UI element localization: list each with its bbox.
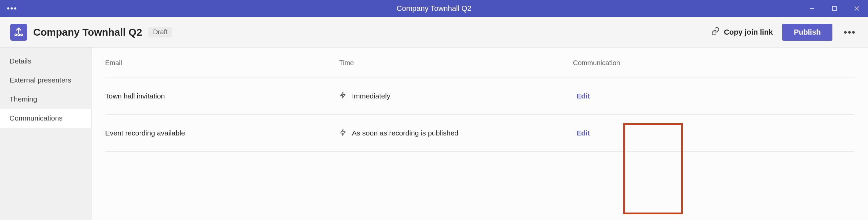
app-more-dots[interactable]: •••	[7, 4, 17, 13]
svg-point-5	[18, 34, 20, 36]
svg-rect-1	[832, 6, 836, 11]
cell-time: Immediately	[352, 92, 390, 100]
lightning-icon	[339, 91, 347, 100]
cell-time: As soon as recording is published	[352, 129, 458, 137]
window-maximize-button[interactable]	[827, 2, 842, 15]
edit-button[interactable]: Edit	[573, 92, 590, 100]
sidebar-item-details[interactable]: Details	[0, 52, 91, 71]
header-more-button[interactable]: •••	[842, 27, 858, 38]
cell-email: Event recording available	[105, 129, 339, 137]
window-titlebar: ••• Company Townhall Q2	[0, 0, 868, 17]
sidebar-item-communications[interactable]: Communications	[0, 109, 91, 128]
edit-button[interactable]: Edit	[573, 129, 590, 137]
col-header-email: Email	[105, 59, 339, 67]
main-content: Email Time Communication Town hall invit…	[92, 48, 868, 220]
window-title: Company Townhall Q2	[397, 4, 472, 13]
link-icon	[711, 27, 720, 38]
svg-point-6	[21, 34, 22, 36]
page-header: Company Townhall Q2 Draft Copy join link…	[0, 17, 868, 48]
table-row: Town hall invitation Immediately Edit	[105, 77, 854, 114]
lightning-icon	[339, 129, 347, 138]
event-title: Company Townhall Q2	[33, 26, 142, 38]
status-badge: Draft	[148, 27, 172, 37]
copy-join-link-label: Copy join link	[724, 28, 773, 37]
svg-point-4	[15, 34, 17, 36]
col-header-communication: Communication	[573, 59, 854, 67]
sidebar: Details External presenters Theming Comm…	[0, 48, 92, 220]
window-close-button[interactable]	[849, 2, 865, 15]
sidebar-item-external-presenters[interactable]: External presenters	[0, 71, 91, 90]
table-row: Event recording available As soon as rec…	[105, 114, 854, 152]
table-header-row: Email Time Communication	[105, 59, 854, 77]
townhall-icon	[10, 24, 27, 41]
cell-email: Town hall invitation	[105, 92, 339, 100]
col-header-time: Time	[339, 59, 573, 67]
sidebar-item-theming[interactable]: Theming	[0, 90, 91, 109]
window-minimize-button[interactable]	[804, 2, 820, 15]
copy-join-link-button[interactable]: Copy join link	[711, 27, 773, 38]
publish-button[interactable]: Publish	[782, 24, 832, 41]
